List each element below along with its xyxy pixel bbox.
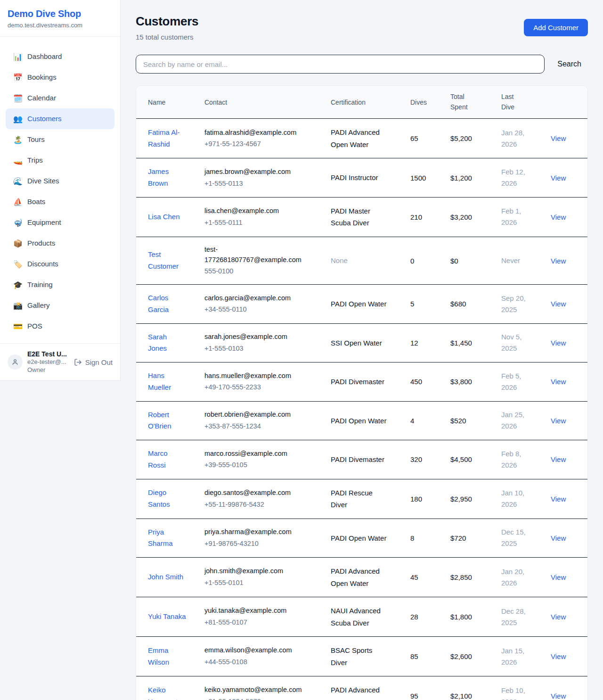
customer-name-link[interactable]: Test Customer — [148, 249, 187, 272]
customer-name-link[interactable]: John Smith — [148, 571, 183, 583]
view-link[interactable]: View — [551, 417, 566, 425]
sidebar-item-calendar[interactable]: 🗓️Calendar — [6, 88, 114, 108]
view-link[interactable]: View — [551, 339, 566, 347]
customer-phone: +1-555-0111 — [204, 218, 319, 228]
table-row: Priya Sharmapriya.sharma@example.com+91-… — [136, 519, 588, 558]
table-row: John Smithjohn.smith@example.com+1-555-0… — [136, 558, 588, 597]
customer-email: marco.rossi@example.com — [204, 449, 302, 459]
sidebar-item-gallery[interactable]: 📸Gallery — [6, 295, 114, 316]
sidebar-item-products[interactable]: 📦Products — [6, 233, 114, 254]
sign-out-button[interactable]: Sign Out — [74, 358, 113, 366]
view-link[interactable]: View — [551, 495, 566, 503]
certification-value: BSAC Sports Diver — [331, 644, 388, 668]
sidebar-item-customers[interactable]: 👥Customers — [6, 108, 114, 129]
view-link[interactable]: View — [551, 573, 566, 581]
customer-name-link[interactable]: Marco Rossi — [148, 448, 187, 471]
table-row: Diego Santosdiego.santos@example.com+55-… — [136, 479, 588, 519]
customer-name-link[interactable]: Priya Sharma — [148, 527, 187, 550]
sidebar-item-label: Gallery — [27, 300, 50, 311]
sidebar-item-dive-sites[interactable]: 🌊Dive Sites — [6, 171, 114, 191]
sidebar-item-tours[interactable]: 🏝️Tours — [6, 129, 114, 150]
view-link[interactable]: View — [551, 213, 566, 221]
customer-name-link[interactable]: Robert O'Brien — [148, 409, 187, 433]
sidebar-item-trips[interactable]: 🚤Trips — [6, 150, 114, 171]
customer-name-link[interactable]: Yuki Tanaka — [148, 611, 186, 623]
search-row: Search — [136, 55, 588, 74]
customer-name-link[interactable]: Lisa Chen — [148, 211, 180, 223]
camera-icon: 📸 — [13, 301, 22, 310]
customer-email: emma.wilson@example.com — [204, 645, 302, 656]
column-header-label: Contact — [204, 99, 227, 106]
view-link[interactable]: View — [551, 257, 566, 265]
last-dive-date: Jan 15, 2026 — [501, 645, 536, 668]
calendar-icon: 📅 — [13, 73, 22, 82]
table-row: Robert O'Brienrobert.obrien@example.com+… — [136, 401, 588, 440]
sidebar-item-label: Training — [27, 279, 53, 290]
customer-phone: +34-555-0110 — [204, 305, 319, 315]
person-icon — [11, 358, 19, 366]
customers-table-card: NameContactCertificationDivesTotal Spent… — [136, 85, 588, 700]
search-input[interactable] — [136, 55, 545, 74]
sidebar-item-label: Products — [27, 238, 55, 249]
sidebar-item-discounts[interactable]: 🏷️Discounts — [6, 254, 114, 274]
customer-phone: +49-170-555-2233 — [204, 382, 319, 393]
column-header-dives: Dives — [410, 86, 450, 119]
last-dive-date: Feb 12, 2026 — [501, 166, 536, 189]
view-link[interactable]: View — [551, 534, 566, 542]
total-spent: $1,450 — [450, 339, 472, 347]
customer-name-link[interactable]: Diego Santos — [148, 487, 187, 511]
column-header-label: Dives — [410, 99, 427, 106]
sidebar-item-boats[interactable]: ⛵Boats — [6, 191, 114, 212]
user-role: Owner — [27, 366, 69, 374]
page-title-block: Customers 15 total customers — [136, 14, 198, 41]
certification-value: PADI Rescue Diver — [331, 487, 388, 511]
view-link[interactable]: View — [551, 692, 566, 700]
search-button[interactable]: Search — [545, 60, 588, 68]
customer-email: john.smith@example.com — [204, 566, 302, 576]
dives-count: 65 — [410, 134, 418, 142]
column-header-actions — [551, 86, 588, 119]
customer-email: lisa.chen@example.com — [204, 206, 302, 216]
certification-value: PADI Advanced Open Water — [331, 126, 388, 150]
last-dive-date: Feb 10, 2026 — [501, 685, 536, 700]
sidebar-item-dashboard[interactable]: 📊Dashboard — [6, 46, 114, 67]
add-customer-button[interactable]: Add Customer — [524, 19, 588, 36]
view-link[interactable]: View — [551, 300, 566, 308]
sidebar-item-bookings[interactable]: 📅Bookings — [6, 67, 114, 88]
customer-email: hans.mueller@example.com — [204, 371, 302, 381]
view-link[interactable]: View — [551, 455, 566, 463]
column-header-total-spent: Total Spent — [450, 86, 501, 119]
customer-name-link[interactable]: Sarah Jones — [148, 331, 187, 355]
view-link[interactable]: View — [551, 174, 566, 182]
sidebar-item-pos[interactable]: 💳POS — [6, 316, 114, 337]
customer-name-link[interactable]: Keiko Yamamoto — [148, 684, 187, 700]
customer-phone: +44-555-0108 — [204, 657, 319, 667]
table-row: Carlos Garciacarlos.garcia@example.com+3… — [136, 285, 588, 324]
last-dive-date: Dec 28, 2025 — [501, 606, 536, 628]
sidebar-item-label: Customers — [27, 113, 62, 124]
customer-name-link[interactable]: Carlos Garcia — [148, 292, 187, 316]
customer-email: robert.obrien@example.com — [204, 410, 302, 420]
certification-value: PADI Instructor — [331, 172, 378, 184]
table-row: Keiko Yamamotokeiko.yamamoto@example.com… — [136, 676, 588, 700]
customer-name-link[interactable]: James Brown — [148, 166, 187, 189]
total-spent: $1,200 — [450, 174, 472, 182]
column-header-certification: Certification — [331, 86, 410, 119]
view-link[interactable]: View — [551, 613, 566, 621]
sidebar-item-training[interactable]: 🎓Training — [6, 274, 114, 295]
dives-count: 210 — [410, 213, 422, 221]
total-spent: $3,200 — [450, 213, 472, 221]
last-dive-date: Jan 25, 2026 — [501, 409, 536, 432]
dives-count: 45 — [410, 573, 418, 581]
sidebar-item-label: Calendar — [27, 92, 56, 104]
customer-name-link[interactable]: Emma Wilson — [148, 645, 187, 668]
customer-email: diego.santos@example.com — [204, 488, 302, 498]
customer-name-link[interactable]: Fatima Al-Rashid — [148, 127, 187, 150]
sidebar-item-equipment[interactable]: 🤿Equipment — [6, 212, 114, 233]
view-link[interactable]: View — [551, 378, 566, 386]
view-link[interactable]: View — [551, 134, 566, 142]
last-dive-date: Jan 20, 2026 — [501, 566, 536, 589]
view-link[interactable]: View — [551, 652, 566, 660]
customer-name-link[interactable]: Hans Mueller — [148, 370, 187, 394]
dives-count: 180 — [410, 495, 422, 503]
